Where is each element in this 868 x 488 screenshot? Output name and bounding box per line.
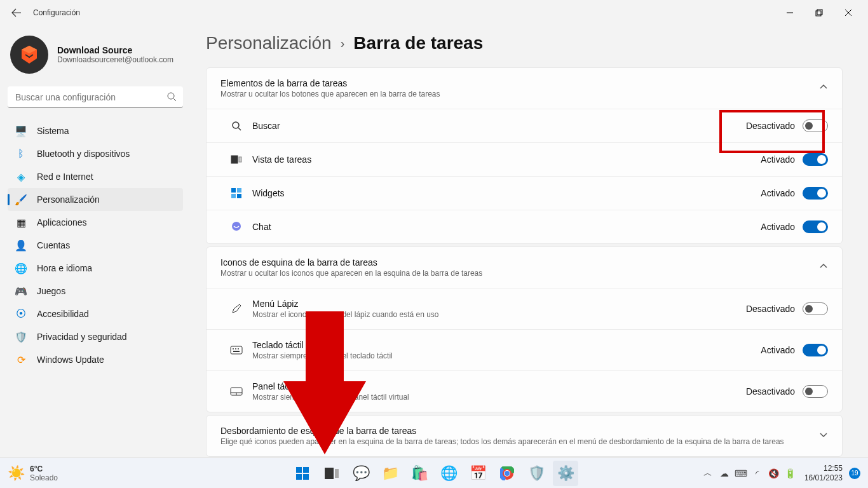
widgets-icon: [220, 187, 252, 199]
svg-point-13: [235, 348, 236, 349]
nav-label: Personalización: [37, 194, 100, 205]
section-title: Elementos de la barra de tareas: [220, 78, 819, 88]
account-name: Download Source: [57, 45, 173, 55]
tray-chevron-up-icon[interactable]: ︿: [702, 468, 714, 479]
crumb-current: Barra de tareas: [353, 33, 483, 53]
toggle-touchkbd[interactable]: [803, 344, 828, 356]
svg-point-3: [233, 122, 239, 128]
nav-apps[interactable]: ▦Aplicaciones: [8, 211, 183, 234]
maximize-icon: [815, 9, 823, 17]
start-button[interactable]: [290, 461, 315, 486]
svg-rect-9: [237, 194, 241, 198]
chevron-up-icon: [819, 262, 828, 273]
row-label: Chat: [252, 222, 761, 232]
store-button[interactable]: 🛍️: [407, 461, 432, 486]
tray-volume-icon[interactable]: 🔇: [768, 468, 780, 478]
clock[interactable]: 12:55 16/01/2023: [804, 464, 843, 482]
toggle-state: Desactivado: [746, 386, 795, 396]
nav-label: Aplicaciones: [37, 217, 87, 227]
folder-icon: 📁: [382, 465, 399, 482]
nav-personalization[interactable]: 🖌️Personalización: [8, 188, 183, 211]
touchpad-icon: [220, 387, 252, 396]
chrome-icon: [500, 466, 514, 480]
svg-point-2: [168, 93, 174, 99]
windows-icon: [295, 466, 309, 480]
row-label: Menú Lápiz: [252, 299, 746, 309]
explorer-button[interactable]: 📁: [377, 461, 403, 486]
toggle-state: Desactivado: [746, 121, 795, 131]
apps-icon: ▦: [15, 217, 27, 228]
nav-privacy[interactable]: 🛡️Privacidad y seguridad: [8, 325, 183, 348]
nav-network[interactable]: ◈Red e Internet: [8, 165, 183, 188]
settings-button[interactable]: ⚙️: [553, 461, 578, 486]
nav-label: Accesibilidad: [37, 309, 89, 319]
tray-language-icon[interactable]: ⌨: [735, 468, 747, 478]
svg-rect-1: [817, 10, 822, 15]
accessibility-icon: ⦿: [15, 308, 27, 320]
security-button[interactable]: 🛡️: [524, 461, 549, 486]
nav-time[interactable]: 🌐Hora e idioma: [8, 257, 183, 280]
calendar-icon: 📅: [470, 465, 487, 482]
shield-icon: 🛡️: [528, 465, 545, 482]
chevron-down-icon: [819, 430, 828, 442]
svg-rect-4: [231, 156, 238, 163]
nav-update[interactable]: ⟳Windows Update: [8, 348, 183, 371]
search-input[interactable]: [8, 86, 183, 108]
section-title: Iconos de esquina de la barra de tareas: [220, 257, 819, 268]
row-widgets: Widgets Activado: [207, 176, 842, 210]
toggle-state: Activado: [761, 222, 795, 232]
row-label: Widgets: [252, 188, 761, 198]
crumb-parent[interactable]: Personalización: [206, 33, 332, 53]
toggle-pen[interactable]: [803, 302, 828, 315]
gear-icon: ⚙️: [557, 465, 574, 482]
svg-rect-21: [296, 474, 302, 480]
nav-label: Hora e idioma: [37, 263, 92, 273]
maximize-button[interactable]: [804, 3, 834, 23]
minimize-button[interactable]: [775, 3, 804, 23]
row-chat: Chat Activado: [207, 210, 842, 243]
nav-label: Privacidad y seguridad: [37, 332, 127, 342]
paint-icon: 🖌️: [15, 194, 27, 205]
svg-rect-5: [239, 157, 241, 162]
nav-label: Cuentas: [37, 240, 70, 250]
row-pen: Menú LápizMostrar el icono del menú del …: [207, 288, 842, 329]
back-button[interactable]: [5, 1, 28, 24]
toggle-taskview[interactable]: [803, 153, 828, 166]
toggle-search[interactable]: [803, 119, 828, 132]
section-overflow-header[interactable]: Desbordamiento de esquina de la barra de…: [207, 416, 842, 456]
chrome-button[interactable]: [494, 461, 520, 486]
wifi-icon: ◈: [15, 171, 27, 182]
nav-accounts[interactable]: 👤Cuentas: [8, 234, 183, 257]
close-button[interactable]: [834, 3, 863, 23]
row-taskview: Vista de tareas Activado: [207, 142, 842, 176]
nav-gaming[interactable]: 🎮Juegos: [8, 280, 183, 302]
tray-battery-icon[interactable]: 🔋: [784, 468, 797, 478]
calendar-button[interactable]: 📅: [465, 461, 491, 486]
account-block[interactable]: Download Source Downloadsourcenet@outloo…: [8, 28, 183, 86]
clock-time: 12:55: [804, 464, 843, 473]
svg-rect-7: [237, 188, 241, 193]
toggle-chat[interactable]: [803, 220, 828, 233]
nav-accessibility[interactable]: ⦿Accesibilidad: [8, 302, 183, 325]
section-title: Desbordamiento de esquina de la barra de…: [220, 426, 819, 436]
notification-badge[interactable]: 19: [849, 468, 860, 479]
keyboard-icon: [220, 346, 252, 355]
svg-rect-11: [231, 346, 242, 354]
svg-rect-20: [303, 467, 309, 473]
section-taskbar-items-header[interactable]: Elementos de la barra de tareas Mostrar …: [207, 68, 842, 109]
svg-rect-8: [231, 194, 236, 198]
tray-wifi-icon[interactable]: ◜: [751, 468, 764, 478]
row-sublabel: Mostrar el icono del menú del lápiz cuan…: [252, 310, 746, 319]
tray-onedrive-icon[interactable]: ☁: [718, 468, 731, 478]
taskview-button[interactable]: [319, 461, 344, 486]
weather-widget[interactable]: ☀️ 6°C Soleado: [8, 464, 58, 482]
toggle-touchpad[interactable]: [803, 385, 828, 398]
teams-button[interactable]: 💬: [348, 461, 374, 486]
toggle-widgets[interactable]: [803, 187, 828, 200]
nav-system[interactable]: 🖥️Sistema: [8, 119, 183, 142]
edge-button[interactable]: 🌐: [436, 461, 461, 486]
nav-bluetooth[interactable]: ᛒBluetooth y dispositivos: [8, 142, 183, 165]
store-icon: 🛍️: [411, 465, 428, 482]
section-corner-icons-header[interactable]: Iconos de esquina de la barra de tareas …: [207, 247, 842, 288]
clock-date: 16/01/2023: [804, 473, 843, 482]
